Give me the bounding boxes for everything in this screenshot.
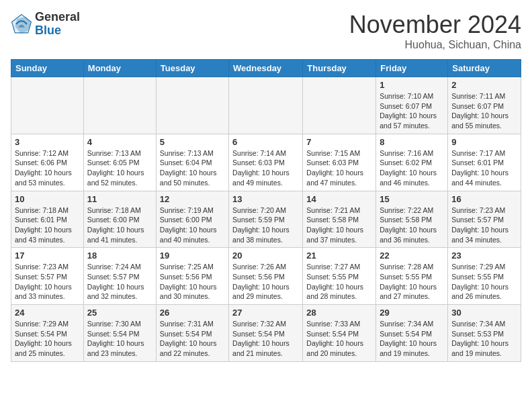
calendar-cell: 20Sunrise: 7:26 AMSunset: 5:56 PMDayligh… (229, 248, 303, 305)
day-number: 3 (15, 137, 80, 147)
day-number: 13 (232, 194, 299, 204)
calendar-cell (156, 77, 228, 134)
calendar-cell: 10Sunrise: 7:18 AMSunset: 6:01 PMDayligh… (11, 191, 84, 248)
day-info: Sunrise: 7:12 AMSunset: 6:06 PMDaylight:… (15, 148, 80, 188)
day-info: Sunrise: 7:20 AMSunset: 5:59 PMDaylight:… (232, 205, 299, 245)
calendar-week-3: 10Sunrise: 7:18 AMSunset: 6:01 PMDayligh… (11, 191, 521, 248)
logo-icon (11, 13, 32, 35)
day-info: Sunrise: 7:15 AMSunset: 6:03 PMDaylight:… (306, 148, 372, 188)
day-header-tuesday: Tuesday (156, 60, 228, 77)
calendar-cell: 24Sunrise: 7:29 AMSunset: 5:54 PMDayligh… (11, 305, 84, 362)
calendar-cell: 28Sunrise: 7:33 AMSunset: 5:54 PMDayligh… (303, 305, 376, 362)
calendar-cell: 27Sunrise: 7:32 AMSunset: 5:54 PMDayligh… (229, 305, 303, 362)
calendar-cell: 1Sunrise: 7:10 AMSunset: 6:07 PMDaylight… (376, 77, 448, 134)
calendar-cell: 26Sunrise: 7:31 AMSunset: 5:54 PMDayligh… (156, 305, 228, 362)
day-headers-row: SundayMondayTuesdayWednesdayThursdayFrid… (11, 60, 521, 77)
day-number: 6 (232, 137, 299, 147)
day-info: Sunrise: 7:32 AMSunset: 5:54 PMDaylight:… (232, 319, 299, 359)
day-number: 14 (306, 194, 372, 204)
page-header: General Blue November 2024 Huohua, Sichu… (11, 11, 521, 51)
calendar-cell: 29Sunrise: 7:34 AMSunset: 5:54 PMDayligh… (376, 305, 448, 362)
day-info: Sunrise: 7:24 AMSunset: 5:57 PMDaylight:… (87, 262, 152, 302)
day-number: 2 (451, 80, 517, 90)
day-number: 21 (306, 250, 372, 261)
day-info: Sunrise: 7:18 AMSunset: 6:01 PMDaylight:… (15, 205, 80, 245)
day-info: Sunrise: 7:34 AMSunset: 5:53 PMDaylight:… (451, 319, 517, 359)
day-info: Sunrise: 7:21 AMSunset: 5:58 PMDaylight:… (306, 205, 372, 245)
calendar-week-1: 1Sunrise: 7:10 AMSunset: 6:07 PMDaylight… (11, 77, 521, 134)
day-header-friday: Friday (376, 60, 448, 77)
calendar-cell: 5Sunrise: 7:13 AMSunset: 6:04 PMDaylight… (156, 134, 228, 191)
day-number: 23 (451, 250, 517, 261)
calendar-cell: 25Sunrise: 7:30 AMSunset: 5:54 PMDayligh… (83, 305, 156, 362)
day-number: 20 (232, 250, 299, 261)
day-header-wednesday: Wednesday (229, 60, 303, 77)
title-block: November 2024 Huohua, Sichuan, China (349, 11, 521, 51)
calendar-cell: 19Sunrise: 7:25 AMSunset: 5:56 PMDayligh… (156, 248, 228, 305)
day-number: 1 (380, 80, 444, 90)
calendar-week-2: 3Sunrise: 7:12 AMSunset: 6:06 PMDaylight… (11, 134, 521, 191)
day-info: Sunrise: 7:19 AMSunset: 6:00 PMDaylight:… (160, 205, 225, 245)
day-info: Sunrise: 7:31 AMSunset: 5:54 PMDaylight:… (160, 319, 225, 359)
day-info: Sunrise: 7:17 AMSunset: 6:01 PMDaylight:… (451, 148, 517, 188)
calendar-cell: 13Sunrise: 7:20 AMSunset: 5:59 PMDayligh… (229, 191, 303, 248)
day-number: 30 (451, 308, 517, 318)
calendar-cell (11, 77, 84, 134)
day-header-thursday: Thursday (303, 60, 376, 77)
calendar-cell: 16Sunrise: 7:23 AMSunset: 5:57 PMDayligh… (448, 191, 521, 248)
day-header-sunday: Sunday (11, 60, 84, 77)
calendar-cell: 12Sunrise: 7:19 AMSunset: 6:00 PMDayligh… (156, 191, 228, 248)
day-number: 24 (15, 308, 80, 318)
location: Huohua, Sichuan, China (349, 39, 521, 51)
day-info: Sunrise: 7:13 AMSunset: 6:05 PMDaylight:… (87, 148, 152, 188)
calendar-cell: 2Sunrise: 7:11 AMSunset: 6:07 PMDaylight… (448, 77, 521, 134)
calendar-cell: 9Sunrise: 7:17 AMSunset: 6:01 PMDaylight… (448, 134, 521, 191)
calendar-cell: 21Sunrise: 7:27 AMSunset: 5:55 PMDayligh… (303, 248, 376, 305)
logo-general-text: General (35, 11, 80, 24)
day-info: Sunrise: 7:25 AMSunset: 5:56 PMDaylight:… (160, 262, 225, 302)
day-info: Sunrise: 7:13 AMSunset: 6:04 PMDaylight:… (160, 148, 225, 188)
calendar-table: SundayMondayTuesdayWednesdayThursdayFrid… (11, 59, 521, 362)
logo: General Blue (11, 11, 80, 38)
day-number: 26 (160, 308, 225, 318)
day-info: Sunrise: 7:33 AMSunset: 5:54 PMDaylight:… (306, 319, 372, 359)
day-header-monday: Monday (83, 60, 156, 77)
day-number: 27 (232, 308, 299, 318)
calendar-cell: 18Sunrise: 7:24 AMSunset: 5:57 PMDayligh… (83, 248, 156, 305)
calendar-cell: 22Sunrise: 7:28 AMSunset: 5:55 PMDayligh… (376, 248, 448, 305)
day-number: 19 (160, 250, 225, 261)
day-number: 25 (87, 308, 152, 318)
calendar-cell: 11Sunrise: 7:18 AMSunset: 6:00 PMDayligh… (83, 191, 156, 248)
day-info: Sunrise: 7:26 AMSunset: 5:56 PMDaylight:… (232, 262, 299, 302)
day-info: Sunrise: 7:34 AMSunset: 5:54 PMDaylight:… (380, 319, 444, 359)
calendar-cell: 7Sunrise: 7:15 AMSunset: 6:03 PMDaylight… (303, 134, 376, 191)
day-info: Sunrise: 7:30 AMSunset: 5:54 PMDaylight:… (87, 319, 152, 359)
day-info: Sunrise: 7:16 AMSunset: 6:02 PMDaylight:… (380, 148, 444, 188)
calendar-cell (83, 77, 156, 134)
day-number: 4 (87, 137, 152, 147)
month-title: November 2024 (349, 11, 521, 39)
calendar-cell: 14Sunrise: 7:21 AMSunset: 5:58 PMDayligh… (303, 191, 376, 248)
day-info: Sunrise: 7:23 AMSunset: 5:57 PMDaylight:… (15, 262, 80, 302)
day-number: 29 (380, 308, 444, 318)
day-number: 28 (306, 308, 372, 318)
day-number: 8 (380, 137, 444, 147)
day-number: 17 (15, 250, 80, 261)
day-number: 10 (15, 194, 80, 204)
calendar-cell (229, 77, 303, 134)
day-info: Sunrise: 7:14 AMSunset: 6:03 PMDaylight:… (232, 148, 299, 188)
day-number: 11 (87, 194, 152, 204)
day-number: 5 (160, 137, 225, 147)
logo-blue-text: Blue (35, 24, 80, 38)
day-info: Sunrise: 7:23 AMSunset: 5:57 PMDaylight:… (451, 205, 517, 245)
day-header-saturday: Saturday (448, 60, 521, 77)
day-number: 22 (380, 250, 444, 261)
day-info: Sunrise: 7:27 AMSunset: 5:55 PMDaylight:… (306, 262, 372, 302)
day-info: Sunrise: 7:10 AMSunset: 6:07 PMDaylight:… (380, 91, 444, 131)
day-number: 15 (380, 194, 444, 204)
calendar-cell: 4Sunrise: 7:13 AMSunset: 6:05 PMDaylight… (83, 134, 156, 191)
calendar-week-5: 24Sunrise: 7:29 AMSunset: 5:54 PMDayligh… (11, 305, 521, 362)
day-info: Sunrise: 7:29 AMSunset: 5:55 PMDaylight:… (451, 262, 517, 302)
day-number: 12 (160, 194, 225, 204)
calendar-week-4: 17Sunrise: 7:23 AMSunset: 5:57 PMDayligh… (11, 248, 521, 305)
